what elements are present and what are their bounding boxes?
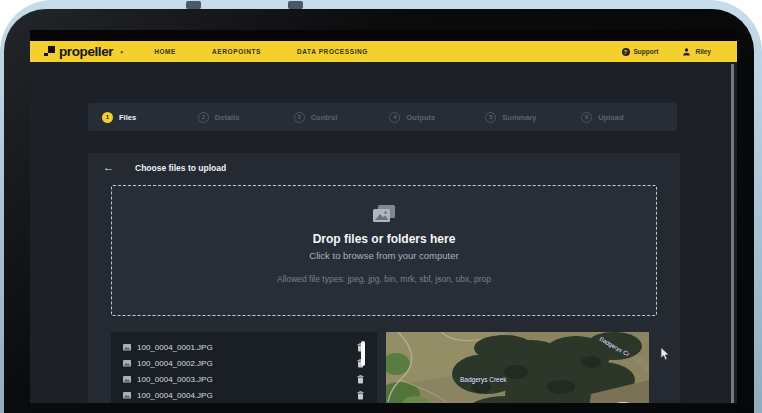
device-button-notch <box>186 1 201 9</box>
file-list-item[interactable]: 100_0004_0001.JPG <box>111 339 377 355</box>
person-icon <box>682 47 691 56</box>
propeller-logo[interactable]: propeller ▼ <box>44 44 124 59</box>
dropzone-subtitle: Click to browse from your computer <box>309 250 458 261</box>
step-files[interactable]: 1 Files <box>102 112 198 123</box>
step-label: Control <box>311 113 338 122</box>
top-navbar: propeller ▼ HOME AEROPOINTS DATA PROCESS… <box>30 41 737 62</box>
file-list-item[interactable]: 100_0004_0002.JPG <box>111 355 377 371</box>
map-preview[interactable]: Badgerys Creek Badgerys Cr <box>386 332 649 403</box>
map-label-badgerys-creek: Badgerys Creek <box>460 376 507 384</box>
step-number-badge: 6 <box>581 112 592 123</box>
image-file-icon <box>123 360 131 367</box>
device-button-notch <box>288 1 303 9</box>
step-label: Details <box>215 113 240 122</box>
nav-menu: HOME AEROPOINTS DATA PROCESSING <box>154 48 368 55</box>
dropzone-title: Drop files or folders here <box>313 232 456 246</box>
user-name: Riley <box>695 48 711 55</box>
step-number-badge: 1 <box>102 112 113 123</box>
chevron-down-icon[interactable]: ▼ <box>119 49 124 55</box>
step-outputs[interactable]: 4 Outputs <box>389 112 485 123</box>
step-number-badge: 5 <box>485 112 496 123</box>
uploaded-file-list: 100_0004_0001.JPG 100_0004_0002.JPG 100_… <box>111 332 377 403</box>
support-button[interactable]: ? Support <box>622 48 659 56</box>
nav-item-data-processing[interactable]: DATA PROCESSING <box>297 48 368 55</box>
back-arrow-icon[interactable]: ← <box>103 162 114 173</box>
browser-scrollbar[interactable] <box>731 64 734 403</box>
step-label: Upload <box>598 113 623 122</box>
nav-item-aeropoints[interactable]: AEROPOINTS <box>212 48 261 55</box>
file-name: 100_0004_0004.JPG <box>137 391 213 400</box>
file-name: 100_0004_0003.JPG <box>137 375 213 384</box>
tablet-device-frame: propeller ▼ HOME AEROPOINTS DATA PROCESS… <box>0 0 762 413</box>
file-list-item[interactable]: 100_0004_0003.JPG <box>111 371 377 387</box>
image-file-icon <box>123 344 131 351</box>
step-summary[interactable]: 5 Summary <box>485 112 581 123</box>
photo-stack-icon <box>372 205 396 224</box>
upload-content-panel: ← Choose files to upload Drop files or f… <box>88 153 680 403</box>
file-list-scrollbar-thumb[interactable] <box>361 341 365 366</box>
file-name: 100_0004_0001.JPG <box>137 343 213 352</box>
question-icon: ? <box>622 48 630 56</box>
nav-right: ? Support Riley <box>622 47 711 56</box>
file-dropzone[interactable]: Drop files or folders here Click to brow… <box>111 185 657 316</box>
app-screen: propeller ▼ HOME AEROPOINTS DATA PROCESS… <box>30 30 737 403</box>
file-list-item[interactable]: 100_0004_0004.JPG <box>111 387 377 403</box>
trash-icon[interactable] <box>357 375 364 384</box>
nav-item-home[interactable]: HOME <box>154 48 176 55</box>
upload-step-wizard: 1 Files 2 Details 3 Control 4 Outputs 5 <box>88 103 677 131</box>
screenshot-stage: propeller ▼ HOME AEROPOINTS DATA PROCESS… <box>0 0 762 413</box>
step-number-badge: 2 <box>198 112 209 123</box>
file-name: 100_0004_0002.JPG <box>137 359 213 368</box>
support-label: Support <box>634 48 659 55</box>
step-label: Files <box>119 113 136 122</box>
step-label: Summary <box>502 113 536 122</box>
image-file-icon <box>123 392 131 399</box>
image-file-icon <box>123 376 131 383</box>
step-details[interactable]: 2 Details <box>198 112 294 123</box>
trash-icon[interactable] <box>357 391 364 400</box>
logo-text: propeller <box>59 44 113 59</box>
step-label: Outputs <box>406 113 435 122</box>
propeller-logo-icon <box>44 46 55 57</box>
step-number-badge: 3 <box>294 112 305 123</box>
page-title: Choose files to upload <box>135 163 226 173</box>
mouse-cursor <box>660 347 670 365</box>
user-menu[interactable]: Riley <box>682 47 711 56</box>
step-upload[interactable]: 6 Upload <box>581 112 677 123</box>
step-control[interactable]: 3 Control <box>294 112 390 123</box>
panel-header: ← Choose files to upload <box>88 153 680 182</box>
browser-top-strip <box>30 30 737 41</box>
step-number-badge: 4 <box>389 112 400 123</box>
dropzone-allowed-types: Allowed file types: jpeg, jpg, bin, mrk,… <box>277 274 491 284</box>
